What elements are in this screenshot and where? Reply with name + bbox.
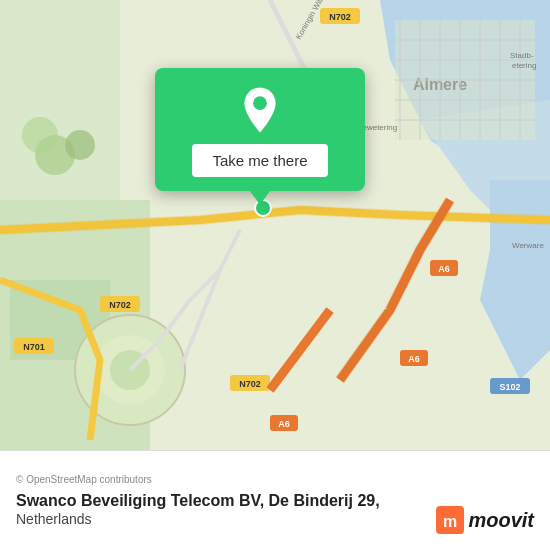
- svg-text:A6: A6: [408, 354, 420, 364]
- location-pin-icon: [236, 86, 284, 134]
- svg-text:etering: etering: [512, 61, 536, 70]
- svg-text:Stadb-: Stadb-: [510, 51, 534, 60]
- take-me-there-button[interactable]: Take me there: [192, 144, 327, 177]
- svg-text:N702: N702: [109, 300, 131, 310]
- svg-point-41: [22, 117, 58, 153]
- map-attribution: © OpenStreetMap contributors: [16, 474, 534, 485]
- svg-point-46: [253, 96, 267, 110]
- svg-text:N702: N702: [239, 379, 261, 389]
- map-container: N702 N702 N701 A6 A6 A6 S102 N702 Almere: [0, 0, 550, 450]
- popup-card: Take me there: [155, 68, 365, 191]
- svg-point-40: [65, 130, 95, 160]
- svg-text:m: m: [443, 513, 457, 530]
- svg-text:S102: S102: [499, 382, 520, 392]
- svg-text:N702: N702: [329, 12, 351, 22]
- moovit-brand-text: moovit: [468, 509, 534, 532]
- svg-text:A6: A6: [438, 264, 450, 274]
- footer: © OpenStreetMap contributors Swanco Beve…: [0, 450, 550, 550]
- svg-text:N701: N701: [23, 342, 45, 352]
- moovit-icon: m: [436, 506, 464, 534]
- svg-text:Werware: Werware: [512, 241, 544, 250]
- moovit-logo: m moovit: [436, 506, 534, 534]
- svg-text:A6: A6: [278, 419, 290, 429]
